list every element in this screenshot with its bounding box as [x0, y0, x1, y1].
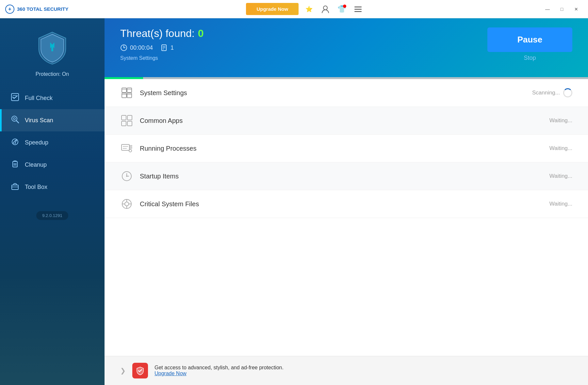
promo-text: Get access to advanced, stylish, and ad-…	[155, 365, 284, 377]
running-processes-status-text: Waiting...	[549, 145, 572, 152]
virus-scan-icon	[10, 115, 20, 126]
sidebar-item-full-check[interactable]: Full Check	[0, 87, 105, 109]
scan-item-critical-system-files: Critical System Files Waiting...	[105, 190, 588, 218]
scan-header: Threat(s) found: 0 00:00:04	[105, 18, 588, 77]
critical-system-files-name: Critical System Files	[140, 200, 543, 208]
stop-link[interactable]: Stop	[524, 55, 536, 61]
sidebar-item-virus-scan-label: Virus Scan	[25, 117, 53, 124]
svg-point-39	[129, 149, 132, 152]
scan-item-startup-items: Startup Items Waiting...	[105, 162, 588, 190]
main-content: Threat(s) found: 0 00:00:04	[105, 18, 588, 385]
maximize-button[interactable]: □	[555, 3, 568, 16]
svg-rect-2	[354, 9, 362, 10]
scan-info: Threat(s) found: 0 00:00:04	[120, 27, 204, 61]
sidebar-item-speedup[interactable]: Speedup	[0, 131, 105, 154]
sidebar-item-tool-box-label: Tool Box	[25, 184, 47, 191]
common-apps-icon	[120, 114, 133, 127]
sidebar-item-virus-scan[interactable]: Virus Scan	[0, 109, 105, 131]
titlebar-icons: ⭐ 👕	[304, 4, 363, 14]
svg-rect-33	[127, 115, 132, 120]
common-apps-status-text: Waiting...	[549, 117, 572, 124]
promo-upgrade-link[interactable]: Upgrade Now	[155, 371, 187, 376]
scan-item-running-processes: Running Processes Waiting...	[105, 135, 588, 162]
promo-bar: ❯ Get access to advanced, stylish, and a…	[105, 356, 588, 385]
current-scanning: System Settings	[120, 55, 204, 61]
running-processes-name: Running Processes	[140, 145, 543, 152]
protection-status: Protection: On	[36, 71, 69, 77]
critical-system-files-icon	[120, 197, 133, 210]
svg-point-43	[126, 176, 127, 177]
startup-items-icon	[120, 170, 133, 183]
sidebar-item-tool-box[interactable]: Tool Box	[0, 176, 105, 198]
sidebar: Protection: On Full Check	[0, 18, 105, 385]
scan-meta: 00:00:04 1	[120, 44, 204, 51]
svg-point-10	[15, 143, 16, 144]
system-settings-status: Scanning...	[532, 88, 572, 97]
svg-rect-28	[122, 93, 126, 98]
titlebar-center: Upgrade Now ⭐ 👕	[246, 3, 363, 15]
system-settings-name: System Settings	[140, 89, 526, 97]
tool-box-icon	[10, 182, 20, 192]
pause-button[interactable]: Pause	[487, 27, 572, 52]
svg-rect-3	[354, 11, 362, 12]
cleanup-icon	[10, 159, 20, 170]
current-item-label: System Settings	[120, 55, 158, 61]
promo-arrow[interactable]: ❯	[120, 367, 126, 375]
files-scanned-display: 1	[161, 44, 174, 51]
svg-rect-36	[122, 144, 129, 150]
version-badge: 9.2.0.1291	[36, 211, 68, 220]
threats-found: Threat(s) found: 0	[120, 27, 204, 40]
sidebar-item-speedup-label: Speedup	[25, 139, 48, 146]
minimize-button[interactable]: —	[541, 3, 554, 16]
upgrade-button[interactable]: Upgrade Now	[246, 3, 299, 15]
full-check-icon	[10, 93, 20, 103]
svg-rect-32	[122, 115, 126, 120]
svg-rect-34	[122, 121, 126, 126]
system-settings-spinner	[563, 88, 572, 97]
timer-value: 00:00:04	[130, 44, 153, 51]
nav-items: Full Check Virus Scan	[0, 87, 105, 198]
shirt-icon[interactable]: 👕	[336, 4, 347, 14]
svg-rect-37	[129, 145, 132, 146]
svg-rect-30	[127, 93, 132, 98]
startup-items-status-text: Waiting...	[549, 173, 572, 179]
running-processes-status: Waiting...	[549, 145, 572, 152]
window-controls: — □ ✕	[541, 3, 583, 16]
running-processes-icon	[120, 142, 133, 155]
svg-rect-38	[129, 147, 132, 148]
files-count: 1	[171, 44, 174, 51]
svg-rect-26	[127, 88, 132, 92]
critical-system-files-status-text: Waiting...	[549, 201, 572, 207]
svg-rect-35	[127, 121, 132, 126]
svg-point-0	[323, 6, 327, 10]
system-settings-icon	[120, 86, 133, 99]
timer-display: 00:00:04	[120, 44, 153, 51]
startup-items-status: Waiting...	[549, 173, 572, 179]
svg-line-7	[16, 121, 19, 123]
svg-point-45	[125, 202, 129, 206]
star-icon[interactable]: ⭐	[304, 4, 314, 14]
scan-actions: Pause Stop	[487, 27, 572, 61]
promo-description: Get access to advanced, stylish, and ad-…	[155, 365, 284, 370]
titlebar: + 360 TOTAL SECURITY Upgrade Now ⭐ 👕	[0, 0, 588, 18]
svg-rect-15	[12, 185, 18, 190]
speedup-icon	[10, 137, 20, 148]
startup-items-name: Startup Items	[140, 173, 543, 180]
scan-list: System Settings Scanning... Common Apps	[105, 79, 588, 356]
app-title: 360 TOTAL SECURITY	[17, 6, 69, 12]
svg-rect-1	[354, 7, 362, 8]
promo-shield-icon	[132, 363, 148, 378]
sidebar-item-cleanup[interactable]: Cleanup	[0, 154, 105, 176]
system-settings-status-text: Scanning...	[532, 90, 560, 96]
common-apps-name: Common Apps	[140, 117, 543, 125]
threats-count: 0	[198, 27, 204, 40]
profile-icon[interactable]	[320, 4, 331, 14]
sidebar-item-cleanup-label: Cleanup	[25, 161, 47, 168]
sidebar-item-full-check-label: Full Check	[25, 95, 53, 102]
svg-point-8	[13, 118, 15, 120]
menu-icon[interactable]	[353, 4, 363, 14]
logo-icon: +	[5, 5, 14, 14]
svg-rect-24	[122, 88, 126, 92]
scan-item-common-apps: Common Apps Waiting...	[105, 107, 588, 135]
close-button[interactable]: ✕	[570, 3, 583, 16]
